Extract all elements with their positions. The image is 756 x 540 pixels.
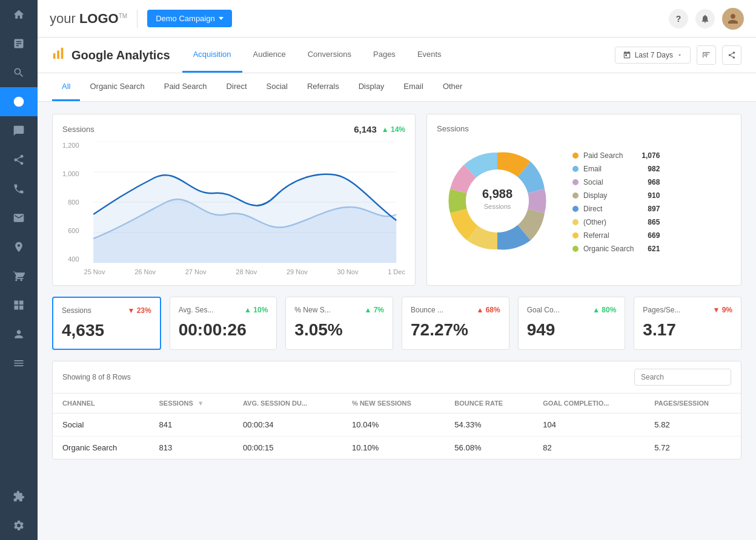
left-navigation <box>0 0 38 540</box>
donut-legend: Paid Search 1,076 Email 982 Social <box>572 151 660 253</box>
campaign-chevron-icon <box>219 17 224 20</box>
table-search-input[interactable] <box>634 369 731 386</box>
metric-pages-session-title: Pages/Se... <box>643 306 680 314</box>
cell-pages: 5.82 <box>645 413 741 436</box>
metric-pages-session-badge: ▼ 9% <box>712 306 732 314</box>
nav-phone[interactable] <box>0 174 38 203</box>
page-title: Google Analytics <box>71 48 170 62</box>
metric-sessions-badge: ▼ 23% <box>127 306 151 315</box>
metric-sessions-title: Sessions <box>62 306 91 315</box>
metric-bounce-rate-header: Bounce ... ▲ 68% <box>411 306 500 314</box>
svg-rect-3 <box>61 48 64 59</box>
svg-text:6,988: 6,988 <box>482 187 512 200</box>
legend-dot-email <box>572 166 579 172</box>
metric-bounce-rate-title: Bounce ... <box>411 306 443 314</box>
nav-search[interactable] <box>0 58 38 87</box>
sub-tabs: All Organic Search Paid Search Direct So… <box>38 73 756 102</box>
metric-pages-session[interactable]: Pages/Se... ▼ 9% 3.17 <box>634 297 741 350</box>
tab-audience[interactable]: Audience <box>242 38 297 73</box>
tab-pages[interactable]: Pages <box>362 38 406 73</box>
logo-tm: TM <box>119 12 127 19</box>
subtab-email[interactable]: Email <box>394 73 433 101</box>
col-channel[interactable]: CHANNEL <box>53 393 150 413</box>
legend-other: (Other) 865 <box>572 218 660 226</box>
tab-acquisition[interactable]: Acquisition <box>182 38 242 73</box>
line-chart-area: 1,200 1,000 800 600 400 <box>62 142 405 275</box>
subtab-display[interactable]: Display <box>349 73 394 101</box>
svg-point-9 <box>466 170 529 232</box>
nav-email[interactable] <box>0 203 38 232</box>
subtab-other[interactable]: Other <box>433 73 472 101</box>
donut-chart-header: Sessions <box>437 124 731 133</box>
nav-list[interactable] <box>0 349 38 378</box>
subtab-direct[interactable]: Direct <box>217 73 257 101</box>
top-bar-actions: ? <box>669 8 744 30</box>
metric-sessions[interactable]: Sessions ▼ 23% 4,635 <box>52 297 161 350</box>
share-button[interactable] <box>722 45 741 65</box>
cell-bounce: 56.08% <box>445 436 533 459</box>
nav-reports[interactable] <box>0 29 38 58</box>
svg-text:Sessions: Sessions <box>484 203 511 210</box>
date-range-button[interactable]: Last 7 Days <box>615 47 691 64</box>
line-chart-title: Sessions <box>62 125 94 134</box>
campaign-label: Demo Campaign <box>156 14 215 23</box>
col-sessions[interactable]: SESSIONS ▼ <box>150 393 233 413</box>
col-pages-session[interactable]: PAGES/SESSION <box>645 393 741 413</box>
metric-avg-session-title: Avg. Ses... <box>179 306 214 314</box>
line-chart-badge: ▲ 14% <box>382 125 405 134</box>
nav-plugin[interactable] <box>0 482 38 511</box>
nav-social[interactable] <box>0 145 38 174</box>
nav-chat[interactable] <box>0 116 38 145</box>
subtab-social[interactable]: Social <box>257 73 297 101</box>
cell-goal: 104 <box>533 413 645 436</box>
metric-new-sessions[interactable]: % New S... ▲ 7% 3.05% <box>285 297 393 350</box>
donut-content: 6,988 Sessions Paid Search 1,076 <box>437 140 731 263</box>
page-tabs: Acquisition Audience Conversions Pages E… <box>182 38 615 73</box>
metric-sessions-header: Sessions ▼ 23% <box>62 306 151 315</box>
subtab-referrals[interactable]: Referrals <box>297 73 349 101</box>
col-avg-session[interactable]: AVG. SESSION DU... <box>233 393 342 413</box>
cell-goal: 82 <box>533 436 645 459</box>
metric-goal-completions-title: Goal Co... <box>527 306 560 314</box>
nav-home[interactable] <box>0 0 38 29</box>
chart-view-button[interactable] <box>697 45 716 65</box>
data-table: CHANNEL SESSIONS ▼ AVG. SESSION DU... % … <box>53 393 741 459</box>
nav-analytics[interactable] <box>0 87 38 116</box>
col-pct-new-sessions[interactable]: % NEW SESSIONS <box>342 393 445 413</box>
line-chart-svg <box>84 142 405 263</box>
divider <box>137 10 138 28</box>
col-bounce-rate[interactable]: BOUNCE RATE <box>445 393 533 413</box>
table-toolbar: Showing 8 of 8 Rows <box>53 361 741 393</box>
col-goal-completions[interactable]: GOAL COMPLETIO... <box>533 393 645 413</box>
nav-person[interactable] <box>0 320 38 349</box>
nav-location[interactable] <box>0 232 38 262</box>
tab-events[interactable]: Events <box>406 38 453 73</box>
legend-referral: Referral 669 <box>572 231 660 240</box>
tab-conversions[interactable]: Conversions <box>297 38 362 73</box>
metric-new-sessions-badge: ▲ 7% <box>364 306 384 314</box>
analytics-icon <box>52 47 65 64</box>
subtab-all[interactable]: All <box>52 73 80 101</box>
cell-channel: Organic Search <box>53 436 150 459</box>
user-avatar[interactable] <box>722 8 744 30</box>
notifications-button[interactable] <box>695 9 715 28</box>
charts-row: Sessions 6,143 ▲ 14% 1,200 1,000 800 600 <box>52 114 741 286</box>
nav-cart[interactable] <box>0 262 38 291</box>
metric-bounce-rate[interactable]: Bounce ... ▲ 68% 72.27% <box>402 297 509 350</box>
metric-goal-completions[interactable]: Goal Co... ▲ 80% 949 <box>518 297 626 350</box>
metrics-row: Sessions ▼ 23% 4,635 Avg. Ses... ▲ 10% 0… <box>52 297 741 350</box>
top-bar: your LOGOTM Demo Campaign ? <box>38 0 756 38</box>
page-header-right: Last 7 Days <box>615 45 741 65</box>
subtab-organic-search[interactable]: Organic Search <box>80 73 154 101</box>
legend-dot-display <box>572 193 579 199</box>
campaign-selector[interactable]: Demo Campaign <box>147 10 232 27</box>
nav-settings[interactable] <box>0 511 38 540</box>
nav-grid[interactable] <box>0 291 38 320</box>
legend-display: Display 910 <box>572 191 660 200</box>
help-button[interactable]: ? <box>669 9 688 28</box>
metric-sessions-value: 4,635 <box>62 321 151 340</box>
legend-dot-referral <box>572 232 579 239</box>
subtab-paid-search[interactable]: Paid Search <box>154 73 217 101</box>
metric-avg-session[interactable]: Avg. Ses... ▲ 10% 00:00:26 <box>170 297 277 350</box>
donut-chart-wrap: 6,988 Sessions <box>437 140 558 263</box>
